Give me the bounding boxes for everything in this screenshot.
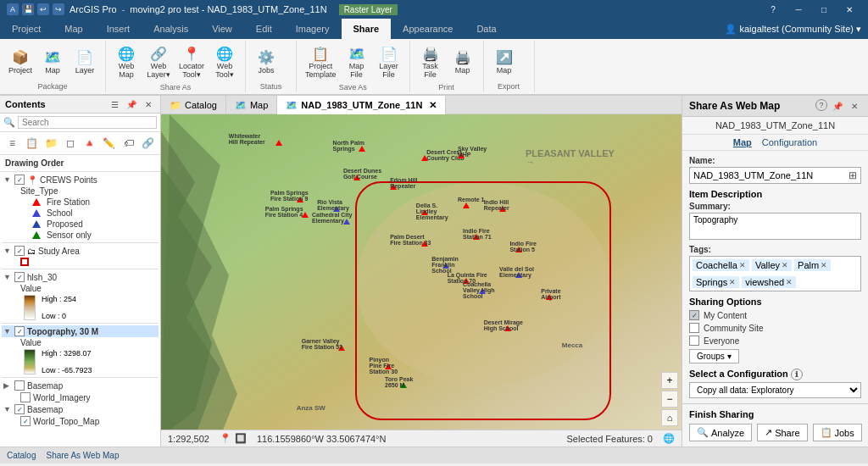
layer-world-topo[interactable]: World_Topo_Map [2,415,159,427]
layer-sitetype[interactable]: Site_Type [2,186,159,197]
tag-springs-close[interactable]: ✕ [729,278,736,286]
tab-analysis[interactable]: Analysis [142,19,200,39]
ribbon-btn-project-template[interactable]: 📋ProjectTemplate [302,42,340,81]
ribbon-btn-print-map[interactable]: 🖨️Map [448,47,478,77]
checkbox-studyarea[interactable] [14,246,25,256]
layer-basemap[interactable]: ▶ Basemap [2,380,159,391]
tag-viewshed-close[interactable]: ✕ [786,278,793,286]
share-panel-close-btn[interactable]: ✕ [848,99,861,113]
tag-coachella-close[interactable]: ✕ [739,261,746,269]
link-configuration[interactable]: Configuration [762,137,817,147]
close-btn[interactable]: ✕ [837,1,861,18]
tab-map[interactable]: 🗺️ Map [226,96,277,114]
ribbon-btn-jobs[interactable]: ⚙️Jobs [251,47,281,77]
checkbox-hlsh[interactable] [14,272,25,282]
panel-close-btn[interactable]: ✕ [142,97,155,111]
panel-pin-btn[interactable]: 📌 [125,97,138,111]
tab-share[interactable]: Share [342,19,392,39]
bottom-tab-share-web-map[interactable]: Share As Web Map [46,451,119,460]
bottom-tab-catalog[interactable]: Catalog [7,451,36,460]
layer-crews[interactable]: ▼ 📍 CREWS Points [2,174,159,186]
layer-topo[interactable]: ▼ Topography, 30 M [2,325,159,337]
checkbox-topo[interactable] [14,326,25,336]
ribbon-btn-map-file[interactable]: 🗺️MapFile [342,42,372,81]
source-btn[interactable]: 📁 [42,134,60,153]
cb-everyone[interactable] [689,336,699,346]
ribbon-btn-project[interactable]: 📦Project [5,47,36,77]
tab-appearance[interactable]: Appearance [391,19,465,39]
drawing-order-btn active[interactable]: 📋 [23,134,41,153]
search-input[interactable] [18,116,157,129]
ribbon-btn-export-map[interactable]: ↗️Map [489,47,520,77]
layer-studysquare[interactable] [2,257,159,267]
tag-valley-close[interactable]: ✕ [782,261,788,269]
snapping-btn[interactable]: 🔗 [139,134,157,153]
minimize-btn[interactable]: ─ [787,1,810,18]
layer-hlsh30[interactable]: ▼ hlsh_30 [2,271,159,283]
layer-world-imagery[interactable]: World_Imagery [2,391,159,403]
share-panel-help-btn[interactable]: ? [815,99,827,111]
layer-hlsh-value[interactable]: Value [2,283,159,294]
link-map[interactable]: Map [733,137,752,147]
ribbon-btn-locator[interactable]: 📍LocatorTool▾ [175,42,208,81]
ribbon-btn-map[interactable]: 🗺️Map [37,47,68,77]
cb-mycontent[interactable] [689,310,699,320]
layer-basemap2[interactable]: ▼ Basemap [2,403,159,415]
maximize-btn[interactable]: □ [812,1,836,18]
tab-imagery[interactable]: Imagery [284,19,342,39]
layer-sensor[interactable]: Sensor only [2,230,159,241]
layer-firestation[interactable]: Fire Station [2,197,159,208]
tab-edit[interactable]: Edit [244,19,284,39]
tab-nad[interactable]: 🗺️ NAD_1983_UTM_Zone_11N ✕ [277,96,446,114]
zoom-out-btn[interactable]: − [661,391,678,408]
checkbox-world-imagery[interactable] [20,392,31,402]
layer-studyarea[interactable]: ▼ 🗂 Study Area [2,245,159,257]
quick-access-3[interactable]: ↪ [53,3,64,15]
zoom-in-btn[interactable]: + [661,372,678,389]
ribbon-btn-layer[interactable]: 📄Layer [70,47,100,77]
tab-project[interactable]: Project [0,19,53,39]
ribbon-btn-task-file[interactable]: 🖨️TaskFile [415,42,446,81]
config-select[interactable]: Copy all data: Exploratory [689,382,861,398]
map-content[interactable]: PLEASANT VALLEY → Desert CrestCountry Cl… [161,114,682,430]
list-view-btn[interactable]: ≡ [3,134,21,153]
tab-data[interactable]: Data [465,19,508,39]
analyze-btn[interactable]: 🔍 Analyze [689,424,752,441]
layer-school[interactable]: School [2,208,159,219]
panel-menu-btn[interactable]: ☰ [108,97,121,111]
ribbon-btn-layer-file[interactable]: 📄LayerFile [374,42,404,81]
tab-insert[interactable]: Insert [95,19,142,39]
tab-map[interactable]: Map [53,19,94,39]
help-btn[interactable]: ? [761,1,785,18]
tag-palm-close[interactable]: ✕ [821,261,827,269]
groups-btn[interactable]: Groups ▾ [689,349,739,363]
layer-proposed[interactable]: Proposed [2,219,159,230]
user-badge[interactable]: 👤 kaigaltest (Community Site) ▾ [718,19,868,39]
ribbon-btn-web-layer[interactable]: 🔗WebLayer▾ [143,42,174,81]
config-help-icon[interactable]: ℹ [791,369,803,380]
cb-communitysite[interactable] [689,323,699,333]
ribbon-btn-web-map[interactable]: 🌐WebMap [111,42,142,81]
layer-topo-value[interactable]: Value [2,337,159,348]
filter-btn[interactable]: 🔺 [81,134,99,153]
name-clear-btn[interactable]: ⊞ [849,169,857,181]
selection-btn[interactable]: ◻ [62,134,80,153]
checkbox-world-topo[interactable] [20,416,31,426]
share-btn[interactable]: ↗ Share [757,424,807,441]
ribbon-btn-web-tool[interactable]: 🌐WebTool▾ [209,42,240,81]
tab-view[interactable]: View [200,19,244,39]
nad-tab-close[interactable]: ✕ [429,100,437,111]
quick-access-1[interactable]: 💾 [22,3,34,15]
jobs-btn[interactable]: 📋 Jobs [813,424,862,441]
label-btn[interactable]: 🏷 [120,134,137,153]
checkbox-basemap[interactable] [14,380,25,391]
share-panel-pin-btn[interactable]: 📌 [831,99,844,113]
checkbox-crews[interactable] [14,175,25,185]
checkbox-basemap2[interactable] [14,404,25,414]
quick-access-2[interactable]: ↩ [37,3,49,15]
edit-btn[interactable]: ✏️ [100,134,118,153]
home-btn[interactable]: ⌂ [661,409,678,426]
summary-input[interactable]: Topography [689,213,861,240]
name-input[interactable]: NAD_1983_UTM_Zone_11N ⊞ [689,167,861,184]
tab-catalog[interactable]: 📁 Catalog [161,96,226,114]
